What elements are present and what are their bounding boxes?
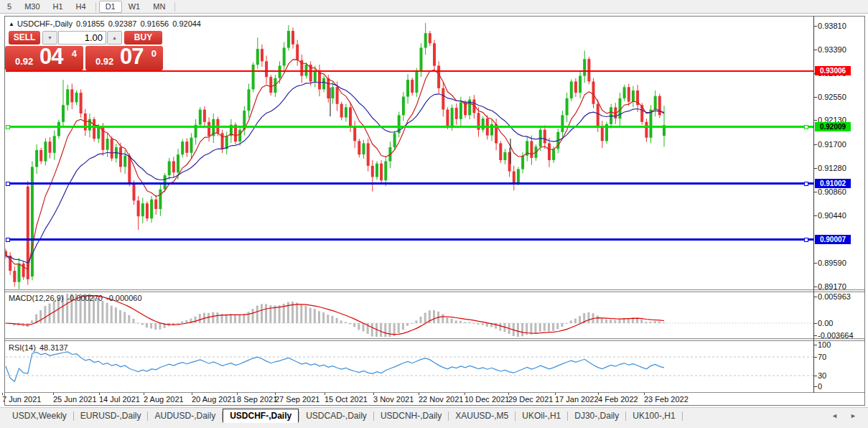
timeframe-button-h4[interactable]: H4 — [70, 1, 93, 13]
panel-separator[interactable] — [5, 338, 864, 341]
spinner-up-icon: ▲ — [112, 35, 117, 40]
panel-separator[interactable] — [5, 289, 864, 292]
chart-tab-dj30-daily[interactable]: DJ30-,Daily — [568, 409, 625, 422]
tab-scroll-right-icon[interactable]: ► — [850, 412, 857, 419]
price-axis-label: 0.92550 — [818, 93, 846, 101]
ohlc-close: 0.92044 — [172, 19, 201, 28]
level-line-0.90007[interactable] — [6, 238, 813, 241]
chart-tab-usdcnh-daily[interactable]: USDCNH-,Daily — [374, 409, 448, 422]
date-axis-label: 14 Jul 2021 — [99, 395, 140, 404]
rsi-axis-label: 70 — [818, 353, 826, 361]
axis-tick — [813, 335, 817, 336]
axis-tick — [813, 287, 817, 287]
line-handle[interactable] — [6, 125, 10, 129]
macd-axis-label: 0.00 — [818, 319, 833, 327]
buy-price-prefix: 0.92 — [95, 56, 113, 67]
toolbar-separator — [174, 2, 175, 11]
rsi-value: 48.3137 — [39, 343, 68, 352]
chart-tab-usdx-weekly[interactable]: USDX,Weekly — [6, 409, 73, 422]
date-axis-label: 8 Sep 2021 — [237, 395, 277, 404]
price-tag-0.93006: 0.93006 — [815, 66, 851, 75]
volume-input[interactable] — [58, 31, 106, 45]
macd-main-value: -0.000270 — [67, 294, 103, 302]
axis-tick — [813, 50, 817, 50]
axis-tick — [813, 97, 817, 98]
macd-label: MACD(12,26,9)-0.000270-0.000060 — [9, 294, 146, 302]
timeframe-button-w1[interactable]: W1 — [122, 1, 147, 13]
chart-tab-eurusd-daily[interactable]: EURUSD-,Daily — [74, 409, 148, 422]
chart-tab-uk100-h1[interactable]: UK100-,H1 — [626, 409, 681, 422]
chart-tab-usdcad-daily[interactable]: USDCAD-,Daily — [299, 409, 373, 422]
timeframe-button-5[interactable]: 5 — [1, 1, 18, 13]
line-handle[interactable] — [804, 238, 808, 242]
panel-separator — [5, 392, 864, 393]
collapse-arrow-icon[interactable]: ▲ — [9, 21, 14, 27]
ohlc-low: 0.91656 — [140, 19, 169, 28]
axis-tick — [813, 376, 817, 376]
axis-tick — [813, 120, 817, 121]
date-axis-label: 17 Jan 2022 — [555, 395, 599, 404]
price-axis-label: 0.90440 — [818, 211, 846, 220]
sell-button[interactable]: SELL — [9, 31, 40, 45]
price-axis-label: 0.93810 — [818, 22, 846, 30]
tab-scroll-left-icon[interactable]: ◄ — [831, 412, 838, 419]
buy-button[interactable]: BUY — [124, 31, 162, 45]
axis-tick — [813, 168, 817, 169]
line-handle[interactable] — [804, 182, 808, 186]
timeframe-button-m30[interactable]: M30 — [18, 1, 46, 13]
date-axis-label: 23 Feb 2022 — [644, 395, 689, 404]
line-handle[interactable] — [804, 125, 808, 129]
axis-tick — [813, 263, 817, 264]
sell-price-pip: 4 — [72, 48, 77, 59]
date-axis-label: 2 Aug 2021 — [144, 395, 184, 404]
buy-price-big: 07 — [120, 44, 143, 70]
sell-price-prefix: 0.92 — [15, 56, 33, 67]
sell-price-tile[interactable]: 0.92 04 4 — [5, 46, 83, 70]
chart-tab-audusd-daily[interactable]: AUDUSD-,Daily — [148, 409, 222, 422]
sell-price-big: 04 — [39, 44, 62, 70]
symbol-name: USDCHF-,Daily — [17, 19, 73, 28]
ohlc-high: 0.92387 — [108, 19, 137, 28]
axis-tick — [813, 144, 817, 145]
date-axis-label: 29 Dec 2021 — [508, 395, 553, 404]
date-axis-label: 10 Dec 2021 — [465, 395, 509, 404]
volume-increase-button[interactable]: ▲ — [107, 31, 122, 45]
level-line-0.93006[interactable] — [6, 70, 813, 72]
chart-tab-bar: USDX,WeeklyEURUSD-,DailyAUDUSD-,DailyUSD… — [0, 407, 868, 428]
axis-tick — [813, 386, 817, 387]
price-axis-label: 0.91280 — [818, 164, 846, 172]
timeframe-button-h1[interactable]: H1 — [47, 1, 70, 13]
rsi-axis-label: 0 — [818, 382, 822, 391]
axis-tick — [813, 323, 817, 324]
tab-divider — [682, 411, 683, 421]
timeframe-button-d1[interactable]: D1 — [99, 1, 122, 13]
timeframe-button-mn[interactable]: MN — [146, 1, 172, 13]
line-handle[interactable] — [6, 182, 10, 186]
chart-tab-ukoil-h1[interactable]: UKOil-,H1 — [515, 409, 567, 422]
volume-decrease-button[interactable]: ▼ — [42, 31, 57, 45]
axis-tick — [813, 357, 817, 358]
chart-tab-xauusd-m5[interactable]: XAUUSD-,M5 — [449, 409, 515, 422]
rsi-plot-area[interactable] — [5, 341, 813, 392]
macd-name: MACD(12,26,9) — [9, 294, 63, 302]
rsi-label: RSI(14)48.3137 — [9, 343, 72, 352]
price-tag-0.91002: 0.91002 — [815, 179, 851, 188]
date-axis-label: 20 Aug 2021 — [192, 395, 236, 404]
axis-tick — [813, 215, 817, 216]
ohlc-open: 0.91855 — [76, 19, 105, 28]
date-axis-label: 22 Nov 2021 — [419, 395, 463, 404]
trading-terminal: 5M30H1H4D1W1MN ▲USDCHF-,Daily0.918550.92… — [0, 0, 868, 428]
price-axis-label: 0.93390 — [818, 45, 846, 54]
level-line-0.92009[interactable] — [6, 126, 813, 128]
date-axis-label: 4 Feb 2022 — [598, 395, 638, 404]
timeframe-toolbar: 5M30H1H4D1W1MN — [0, 0, 868, 14]
price-tag-0.92009: 0.92009 — [815, 122, 851, 131]
macd-signal-value: -0.000060 — [106, 294, 142, 302]
axis-tick — [813, 345, 817, 345]
toolbar-separator — [95, 2, 96, 11]
line-handle[interactable] — [6, 238, 10, 242]
buy-price-tile[interactable]: 0.92 07 0 — [85, 46, 163, 70]
level-line-0.91002[interactable] — [6, 182, 813, 185]
date-axis-label: 25 Jun 2021 — [53, 395, 97, 404]
chart-tab-usdchf-daily[interactable]: USDCHF-,Daily — [223, 409, 299, 423]
